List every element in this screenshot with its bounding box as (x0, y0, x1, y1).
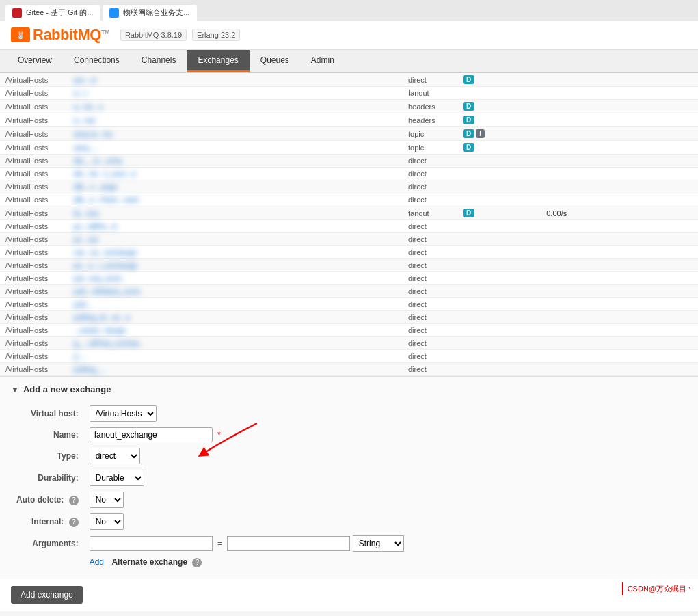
row-badges (457, 193, 541, 206)
table-row[interactable]: /VirtualHostsamq.....topicD (0, 141, 698, 155)
table-row[interactable]: /VirtualHostsdlx...hir...1_excl...edirec… (0, 168, 698, 180)
section-toggle-icon: ▼ (11, 385, 19, 394)
arguments-key-input[interactable] (90, 536, 213, 551)
erlang-version-badge: Erlang 23.2 (192, 29, 240, 41)
name-row: Name: * (11, 425, 410, 445)
row-type: direct (403, 272, 457, 285)
row-name[interactable]: p.... (68, 350, 403, 363)
table-row[interactable]: /VirtualHostspolling_di...xe...edirect (0, 311, 698, 324)
table-row[interactable]: /VirtualHostsamq.ra...tratopicDI (0, 127, 698, 141)
row-type: direct (403, 324, 457, 337)
row-name[interactable]: am...ct (68, 73, 403, 87)
row-vhost: /VirtualHosts (0, 193, 68, 206)
table-row[interactable]: /VirtualHostsam...ctdirectD (0, 73, 698, 87)
auto-delete-help-icon[interactable]: ? (69, 496, 79, 505)
name-input[interactable] (90, 427, 213, 442)
row-name[interactable]: amq.ra...tra (68, 127, 403, 141)
table-row[interactable]: /VirtualHostsa...tfanout (0, 87, 698, 100)
row-type: direct (403, 285, 457, 298)
row-name[interactable]: amq..... (68, 141, 403, 155)
table-row[interactable]: /VirtualHostspo...o...l_exchangedirect (0, 259, 698, 272)
row-name[interactable]: poll...rdStatus_exch. (68, 285, 403, 298)
table-row[interactable]: /VirtualHostspolling_...direct (0, 363, 698, 376)
alternate-exchange-link[interactable]: Alternate exchange (111, 557, 187, 567)
auto-delete-select[interactable]: No Yes (90, 492, 124, 508)
row-name[interactable]: pc...ddPa...d (68, 220, 403, 233)
table-row[interactable]: /VirtualHostsfa...chafanoutD0.00/s (0, 206, 698, 220)
table-row[interactable]: /VirtualHostsp....direct (0, 350, 698, 363)
name-required: * (217, 430, 221, 440)
section-title: Add a new exchange (23, 384, 111, 394)
row-name[interactable]: car...ca...exchange (68, 246, 403, 259)
table-row[interactable]: /VirtualHostspol...low_exch.direct (0, 272, 698, 285)
arguments-type-select[interactable]: String Number Boolean List (353, 535, 404, 552)
internal-help-icon[interactable]: ? (69, 518, 79, 527)
durability-row: Durability: Durable Transient (11, 467, 410, 489)
type-select[interactable]: direct fanout headers topic (90, 448, 140, 464)
row-badges (457, 233, 541, 246)
nav-connections[interactable]: Connections (63, 50, 131, 72)
table-row[interactable]: /VirtualHostsa...natheadersD (0, 113, 698, 127)
table-row[interactable]: /VirtualHostsdlb...n...angedirect (0, 180, 698, 193)
add-exchange-button[interactable]: Add exchange (11, 586, 83, 604)
virtual-host-select[interactable]: /VirtualHosts (90, 405, 157, 422)
row-name[interactable]: g_...rdFlow_exchan. (68, 337, 403, 350)
durability-select[interactable]: Durable Transient (90, 470, 144, 486)
row-name[interactable]: pol...low_exch. (68, 272, 403, 285)
table-row[interactable]: /VirtualHostsg_...rdFlow_exchan.direct (0, 337, 698, 350)
durable-badge: D (463, 129, 474, 138)
table-row[interactable]: /VirtualHostscar...ca...exchangedirect (0, 246, 698, 259)
row-vhost: /VirtualHosts (0, 350, 68, 363)
browser-tab-gitee[interactable]: Gitee - 基于 Git 的... (5, 5, 100, 21)
row-name[interactable]: a...t (68, 87, 403, 100)
row-name[interactable]: polling_di...xe...e (68, 311, 403, 324)
row-rate (541, 337, 617, 350)
table-row[interactable]: /VirtualHostspoll...rdStatus_exch.direct (0, 285, 698, 298)
row-vhost: /VirtualHosts (0, 180, 68, 193)
table-row[interactable]: /VirtualHostsdlx_...in...xchadirect (0, 155, 698, 168)
row-vhost: /VirtualHosts (0, 337, 68, 350)
row-rate (541, 324, 617, 337)
add-argument-link[interactable]: Add (90, 557, 104, 567)
table-row[interactable]: /VirtualHostspc...cardirect (0, 233, 698, 246)
durable-badge: D (463, 143, 474, 152)
table-row[interactable]: /VirtualHostsdlb...n...Pack...carddirect (0, 193, 698, 206)
table-row[interactable]: /VirtualHosts...ected...hangedirect (0, 324, 698, 337)
row-name[interactable]: dlb...n...ange (68, 180, 403, 193)
row-name[interactable]: ...ected...hange (68, 324, 403, 337)
row-rate (541, 100, 617, 113)
internal-select[interactable]: No Yes (90, 513, 124, 530)
table-row[interactable]: /VirtualHostspoll...direct (0, 298, 698, 311)
nav-queues[interactable]: Queues (250, 50, 300, 72)
row-name[interactable]: polling_... (68, 363, 403, 376)
nav-exchanges[interactable]: Exchanges (187, 50, 249, 72)
internal-label: Internal: ? (11, 511, 84, 533)
nav-channels[interactable]: Channels (131, 50, 187, 72)
row-name[interactable]: poll... (68, 298, 403, 311)
durable-badge: D (463, 75, 474, 84)
virtual-host-row: Virtual host: /VirtualHosts (11, 403, 410, 425)
nav-overview[interactable]: Overview (7, 50, 63, 72)
browser-tab-iot[interactable]: 物联网综合业务支... (103, 5, 196, 21)
row-name[interactable]: a...he...s (68, 100, 403, 113)
row-name[interactable]: po...o...l_exchange (68, 259, 403, 272)
table-row[interactable]: /VirtualHostsa...he...sheadersD (0, 100, 698, 113)
row-vhost: /VirtualHosts (0, 311, 68, 324)
row-type: direct (403, 73, 457, 87)
nav-admin[interactable]: Admin (300, 50, 345, 72)
arguments-value-input[interactable] (227, 536, 350, 551)
row-name[interactable]: pc...car (68, 233, 403, 246)
row-name[interactable]: dlx_...in...xcha (68, 155, 403, 168)
row-name[interactable]: fa...cha (68, 206, 403, 220)
table-row[interactable]: /VirtualHostspc...ddPa...ddirect (0, 220, 698, 233)
row-type: direct (403, 311, 457, 324)
row-name[interactable]: dlb...n...Pack...card (68, 193, 403, 206)
section-header[interactable]: ▼ Add a new exchange (11, 384, 687, 394)
row-name[interactable]: a...nat (68, 113, 403, 127)
row-vhost: /VirtualHosts (0, 220, 68, 233)
auto-delete-row: Auto delete: ? No Yes (11, 489, 410, 511)
row-vhost: /VirtualHosts (0, 168, 68, 180)
alternate-exchange-help-icon[interactable]: ? (192, 558, 202, 567)
row-name[interactable]: dlx...hir...1_excl...e (68, 168, 403, 180)
row-badges (457, 168, 541, 180)
